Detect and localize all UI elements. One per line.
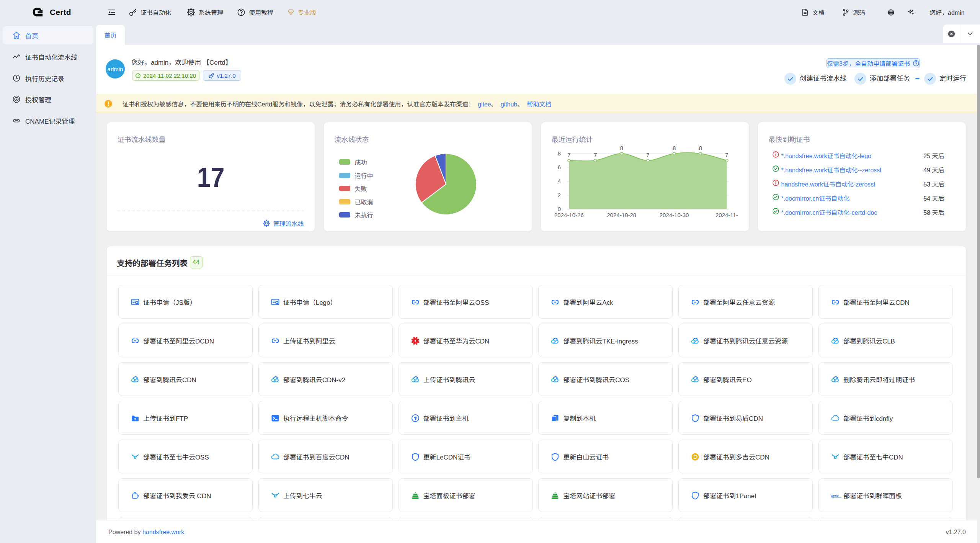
svg-text:2024-10-28: 2024-10-28: [607, 212, 636, 218]
svg-text:7: 7: [567, 152, 570, 158]
svg-text:2024-10-30: 2024-10-30: [659, 212, 689, 218]
svg-text:8: 8: [672, 145, 675, 151]
svg-text:8: 8: [699, 145, 702, 151]
svg-text:8: 8: [557, 150, 560, 157]
svg-text:Syno: Syno: [831, 494, 839, 497]
svg-text:4: 4: [557, 178, 560, 184]
svg-text:2024-10-26: 2024-10-26: [554, 212, 584, 218]
svg-text:2: 2: [557, 192, 560, 198]
svg-text:7: 7: [593, 152, 596, 158]
svg-text:7: 7: [646, 152, 649, 158]
svg-text:6: 6: [557, 164, 560, 170]
svg-text:8: 8: [620, 145, 623, 151]
svg-text:7: 7: [725, 152, 728, 158]
svg-text:2024-11-: 2024-11-: [715, 212, 738, 218]
svg-text:0: 0: [557, 206, 560, 212]
